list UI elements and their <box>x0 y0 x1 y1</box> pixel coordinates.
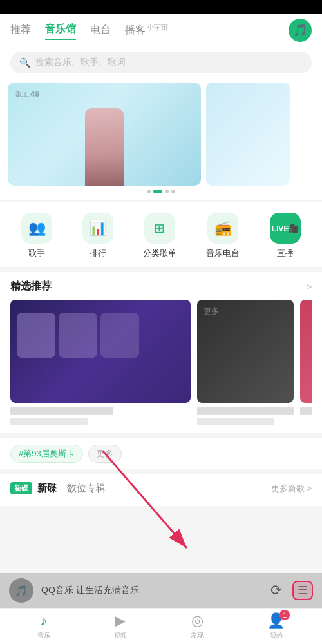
card-title-3 <box>300 407 312 415</box>
tag-more[interactable]: 更多 <box>88 445 122 463</box>
rank-label: 排行 <box>90 248 106 259</box>
songs-tabs: 新碟 数位专辑 <box>37 482 271 494</box>
search-placeholder: 搜索音乐、歌手、歌词 <box>35 57 126 68</box>
quick-menu: 👥 歌手 📊 排行 ⊞ 分类歌单 📻 音乐电台 LIVE🎥 直播 <box>0 202 322 267</box>
nav-mine[interactable]: 👤 1 我的 <box>267 612 285 640</box>
card-item-1[interactable] <box>10 300 191 425</box>
discover-nav-icon: ◎ <box>191 612 204 629</box>
card-thumb-2: 更多 <box>197 300 294 403</box>
new-songs-header: 新碟 新碟 数位专辑 更多新歌 > <box>10 482 312 494</box>
banner-main[interactable]: 3□□49 <box>8 83 201 186</box>
nav-discover[interactable]: ◎ 发现 <box>191 612 204 640</box>
card-thumb-1 <box>10 300 191 403</box>
player-playlist-btn[interactable]: ☰ <box>298 584 308 597</box>
mine-badge: 1 <box>279 610 290 620</box>
cards-section: 精选推荐 > 更多 <box>0 272 322 433</box>
bottom-nav: ♪ 音乐 ▶ 视频 ◎ 发现 👤 1 我的 <box>0 608 322 644</box>
top-nav: 推荐 音乐馆 电台 播客小宇宙 🎵 <box>0 14 322 46</box>
player-thumb: 🎵 <box>9 578 33 603</box>
nav-item-podcast[interactable]: 播客小宇宙 <box>125 20 168 40</box>
music-nav-label: 音乐 <box>37 631 50 640</box>
player-highlight-box: ☰ <box>292 581 313 600</box>
nav-music[interactable]: ♪ 音乐 <box>37 612 50 640</box>
new-badge: 新碟 <box>10 482 32 494</box>
new-songs-section: 新碟 新碟 数位专辑 更多新歌 > <box>0 474 322 506</box>
radio-icon: 📻 <box>207 213 238 244</box>
banner-figure <box>85 108 124 186</box>
radio-label: 音乐电台 <box>206 248 240 259</box>
face-3 <box>100 313 139 358</box>
tag-oscar[interactable]: #第93届奥斯卡 <box>10 445 83 463</box>
card-thumb-3 <box>300 300 312 403</box>
tab-new-album[interactable]: 新碟 <box>37 482 57 494</box>
cards-row: 更多 <box>10 300 312 425</box>
quick-item-singer[interactable]: 👥 歌手 <box>21 213 52 259</box>
section-title: 精选推荐 <box>10 280 307 293</box>
live-icon: LIVE🎥 <box>270 213 301 244</box>
tag-row: #第93届奥斯卡 更多 <box>0 438 322 469</box>
music-nav-icon: ♪ <box>40 612 47 629</box>
mini-player[interactable]: 🎵 QQ音乐 让生活充满音乐 ⟳ ☰ <box>0 573 322 608</box>
songs-more[interactable]: 更多新歌 > <box>271 483 312 494</box>
dot-1 <box>147 190 151 193</box>
nav-video[interactable]: ▶ 视频 <box>114 612 127 640</box>
nav-item-music-hall[interactable]: 音乐馆 <box>45 20 76 40</box>
quick-item-rank[interactable]: 📊 排行 <box>82 213 113 259</box>
face-2 <box>59 313 97 358</box>
dot-2 <box>153 190 162 193</box>
rank-icon: 📊 <box>82 213 113 244</box>
dot-3 <box>165 190 169 193</box>
quick-item-live[interactable]: LIVE🎥 直播 <box>270 213 301 259</box>
discover-nav-label: 发现 <box>191 631 204 640</box>
playlist-icon: ⊞ <box>144 213 175 244</box>
playlist-label: 分类歌单 <box>143 248 176 259</box>
card-subtitle-1 <box>10 418 88 425</box>
face-1 <box>17 313 55 358</box>
dot-4 <box>171 190 175 193</box>
player-loop-btn[interactable]: ⟳ <box>270 582 282 599</box>
player-controls: ⟳ ☰ <box>270 581 313 600</box>
section-more[interactable]: > <box>307 282 312 291</box>
user-avatar[interactable]: 🎵 <box>289 19 312 42</box>
nav-item-recommend[interactable]: 推荐 <box>10 21 31 39</box>
mine-nav-label: 我的 <box>270 631 283 640</box>
search-bar: 🔍 搜索音乐、歌手、歌词 <box>0 46 322 79</box>
singer-icon: 👥 <box>21 213 52 244</box>
card-title-2 <box>197 407 294 415</box>
search-input[interactable]: 🔍 搜索音乐、歌手、歌词 <box>10 52 312 73</box>
quick-item-radio[interactable]: 📻 音乐电台 <box>206 213 240 259</box>
card-subtitle-2 <box>197 418 274 425</box>
player-title: QQ音乐 让生活充满音乐 <box>41 585 263 596</box>
video-nav-icon: ▶ <box>115 612 126 629</box>
banner-side[interactable] <box>206 83 290 186</box>
tab-digital-album[interactable]: 数位专辑 <box>67 482 106 494</box>
status-bar <box>0 0 322 14</box>
card-title-1 <box>10 407 113 415</box>
search-icon: 🔍 <box>19 57 30 68</box>
banner-slider: 3□□49 <box>0 83 322 186</box>
section-header: 精选推荐 > <box>10 280 312 293</box>
live-label: 直播 <box>277 248 294 259</box>
singer-label: 歌手 <box>28 248 45 259</box>
nav-item-radio[interactable]: 电台 <box>90 21 111 39</box>
quick-item-playlist[interactable]: ⊞ 分类歌单 <box>143 213 176 259</box>
card-faces <box>10 300 191 358</box>
banner-area: 3□□49 <box>0 79 322 200</box>
banner-dots <box>0 190 322 193</box>
card-item-2[interactable]: 更多 <box>197 300 294 425</box>
video-nav-label: 视频 <box>114 631 127 640</box>
banner-overlay-text: 3□□49 <box>15 89 39 99</box>
card-item-3[interactable] <box>300 300 312 425</box>
